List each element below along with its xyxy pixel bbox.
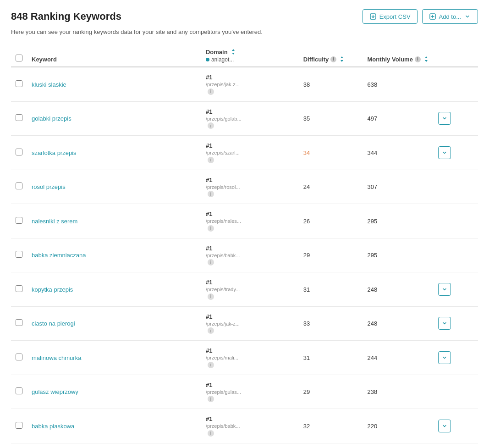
row-checkbox-cell — [11, 375, 27, 409]
rank-path: /przepis/gulas... — [206, 389, 294, 395]
row-checkbox-0[interactable] — [16, 80, 22, 87]
volume-cell: 248 — [363, 306, 433, 341]
row-checkbox-9[interactable] — [16, 387, 22, 394]
row-checkbox-cell — [11, 272, 27, 307]
difficulty-value: 29 — [303, 388, 310, 395]
rank-number: #1 — [206, 108, 294, 115]
keyword-link[interactable]: babka ziemniaczana — [32, 252, 86, 259]
header-actions: Export CSV Add to... — [363, 9, 478, 24]
rank-cell: #1 /przepis/babk... — [206, 415, 294, 429]
row-info-icon[interactable]: i — [208, 88, 214, 95]
keyword-link[interactable]: rosol przepis — [32, 183, 66, 190]
difficulty-value: 29 — [303, 252, 310, 259]
row-info-icon[interactable]: i — [208, 293, 214, 300]
domain-cell: #1 /przepis/jak-z... i — [201, 67, 299, 101]
volume-cell: 238 — [363, 375, 433, 409]
difficulty-cell: 31 — [299, 341, 363, 375]
keyword-cell: nalesniki z serem — [27, 204, 201, 238]
row-checkbox-7[interactable] — [16, 319, 22, 326]
row-checkbox-5[interactable] — [16, 251, 22, 258]
row-info-icon[interactable]: i — [208, 122, 214, 129]
row-info-icon[interactable]: i — [208, 327, 214, 334]
keyword-link[interactable]: kopytka przepis — [32, 286, 73, 293]
domain-name-header: aniagot... — [206, 56, 294, 63]
row-info-icon[interactable]: i — [208, 259, 214, 265]
rank-number: #1 — [206, 210, 294, 217]
row-checkbox-6[interactable] — [16, 285, 22, 292]
keyword-cell: babka piaskowa — [27, 409, 201, 443]
rank-number: #1 — [206, 347, 294, 354]
table-row: malinowa chmurka #1 /przepis/mali... i 3… — [11, 341, 478, 375]
difficulty-sort-icon[interactable] — [339, 55, 345, 63]
row-checkbox-1[interactable] — [16, 114, 22, 121]
select-all-checkbox[interactable] — [16, 55, 22, 61]
table-row: ciasto na pierogi #1 /przepis/jak-z... i… — [11, 306, 478, 341]
table-header-row: Keyword Domain an — [11, 44, 478, 67]
row-checkbox-10[interactable] — [16, 422, 22, 429]
row-info-icon[interactable]: i — [208, 430, 214, 437]
keyword-cell: malinowa chmurka — [27, 341, 201, 375]
row-info-icon[interactable]: i — [208, 191, 214, 197]
actions-cell — [434, 67, 478, 101]
row-checkbox-8[interactable] — [16, 354, 22, 360]
rank-number: #1 — [206, 74, 294, 81]
keyword-link[interactable]: nalesniki z serem — [32, 218, 77, 225]
difficulty-info-icon[interactable]: i — [330, 56, 336, 62]
rank-cell: #1 /przepis/mali... — [206, 347, 294, 360]
expand-button[interactable] — [438, 317, 451, 330]
keyword-link[interactable]: babka piaskowa — [32, 423, 74, 430]
expand-button[interactable] — [438, 283, 451, 296]
rank-cell: #1 /przepis/rosol... — [206, 177, 294, 190]
volume-value: 248 — [367, 320, 377, 327]
keyword-link[interactable]: kluski slaskie — [32, 81, 66, 88]
plus-icon — [429, 13, 436, 20]
expand-button[interactable] — [438, 420, 451, 432]
chevron-down-icon — [464, 13, 471, 20]
difficulty-cell: 26 — [299, 204, 363, 238]
domain-sort-icon[interactable] — [231, 48, 236, 55]
expand-button[interactable] — [438, 146, 451, 159]
domain-cell: #1 /przepis/mali... i — [201, 341, 299, 375]
volume-info-icon[interactable]: i — [415, 56, 421, 62]
row-checkbox-3[interactable] — [16, 183, 22, 189]
export-csv-button[interactable]: Export CSV — [363, 9, 418, 24]
volume-sort-icon[interactable] — [423, 55, 429, 63]
keyword-link[interactable]: malinowa chmurka — [32, 354, 81, 361]
difficulty-cell: 32 — [299, 409, 363, 443]
row-checkbox-4[interactable] — [16, 217, 22, 224]
rank-path: /przepis/jak-z... — [206, 82, 294, 87]
row-info-icon[interactable]: i — [208, 225, 214, 232]
difficulty-value: 24 — [303, 183, 310, 190]
difficulty-cell: 29 — [299, 375, 363, 409]
difficulty-value: 26 — [303, 218, 310, 225]
keyword-link[interactable]: szarlotka przepis — [32, 149, 77, 156]
th-actions — [434, 44, 478, 67]
expand-button[interactable] — [438, 112, 451, 125]
row-checkbox-cell — [11, 409, 27, 443]
table-row: kopytka przepis #1 /przepis/trady... i 3… — [11, 272, 478, 307]
keyword-link[interactable]: ciasto na pierogi — [32, 320, 75, 327]
row-checkbox-cell — [11, 204, 27, 238]
domain-header: Domain aniagot... — [206, 48, 294, 63]
keyword-cell: kluski slaskie — [27, 67, 201, 101]
keyword-link[interactable]: golabki przepis — [32, 115, 71, 122]
row-info-icon[interactable]: i — [208, 396, 214, 402]
row-info-icon[interactable]: i — [208, 362, 214, 368]
addto-label: Add to... — [439, 13, 461, 20]
domain-cell: #1 /przepis/gulas... i — [201, 375, 299, 409]
row-info-icon[interactable]: i — [208, 157, 214, 163]
domain-dot — [206, 58, 209, 61]
page-header: 848 Ranking Keywords Export CSV Add to..… — [11, 9, 478, 24]
table-row: babka piaskowa #1 /przepis/babk... i 32 … — [11, 409, 478, 443]
row-checkbox-2[interactable] — [16, 149, 22, 155]
row-checkbox-cell — [11, 67, 27, 101]
add-to-button[interactable]: Add to... — [422, 9, 478, 24]
domain-cell: #1 /przepis/babk... i — [201, 238, 299, 272]
actions-cell — [434, 204, 478, 238]
actions-cell — [434, 306, 478, 341]
actions-cell — [434, 272, 478, 307]
expand-button[interactable] — [438, 351, 451, 364]
volume-cell: 244 — [363, 341, 433, 375]
keyword-link[interactable]: gulasz wieprzowy — [32, 388, 78, 395]
volume-cell: 307 — [363, 170, 433, 204]
